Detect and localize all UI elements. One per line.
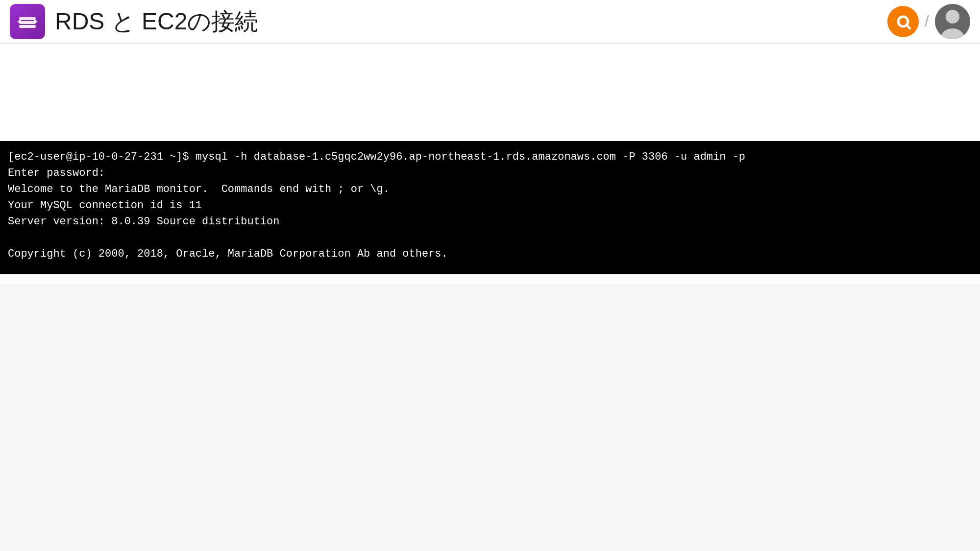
terminal-window: [ec2-user@ip-10-0-27-231 ~]$ mysql -h da… bbox=[0, 141, 980, 274]
svg-point-9 bbox=[946, 10, 959, 24]
bottom-whitespace bbox=[0, 284, 980, 551]
header-left: RDS と EC2の接続 bbox=[10, 4, 258, 39]
svg-rect-2 bbox=[19, 25, 36, 28]
svg-rect-0 bbox=[19, 17, 36, 20]
top-whitespace bbox=[0, 44, 980, 142]
svg-marker-4 bbox=[34, 19, 38, 24]
header-right: / bbox=[887, 4, 970, 39]
svg-marker-3 bbox=[17, 19, 21, 24]
page-title: RDS と EC2の接続 bbox=[55, 6, 258, 37]
avatar-divider: / bbox=[925, 12, 929, 30]
rds-icon bbox=[15, 9, 40, 34]
user-avatar[interactable] bbox=[935, 4, 970, 39]
header: RDS と EC2の接続 / bbox=[0, 0, 980, 43]
brand-avatar bbox=[887, 6, 919, 37]
app-logo bbox=[10, 4, 45, 39]
svg-rect-1 bbox=[19, 21, 36, 24]
